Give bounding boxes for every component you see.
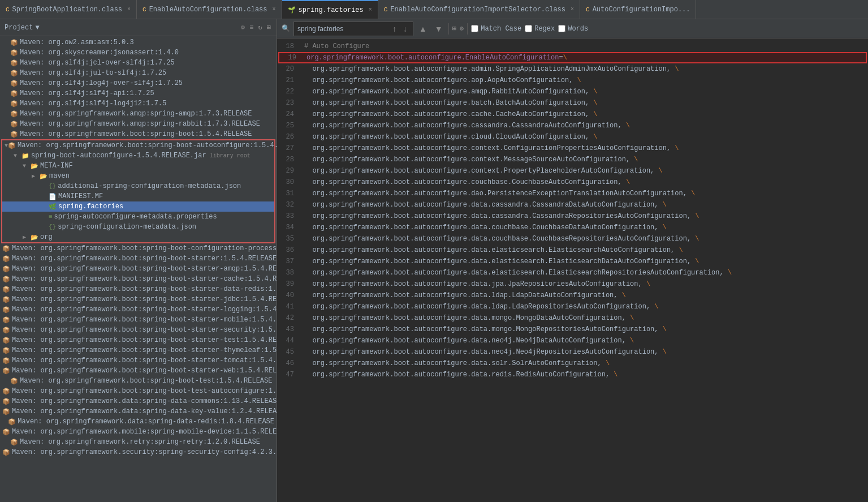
line-number: 34 [277, 224, 300, 231]
tree-item-maven-retry[interactable]: 📦Maven: org.springframework.retry:spring… [0, 437, 277, 447]
tree-item-maven-starter-mobile[interactable]: 📦Maven: org.springframework.boot:spring-… [0, 315, 277, 325]
tree-item-maven-jcl-slf4j[interactable]: 📦Maven: org.slf4j:jcl-over-slf4j:1.7.25 [0, 58, 277, 68]
tree-item-maven-rabbit[interactable]: 📦Maven: org.springframework.amqp:spring-… [0, 119, 277, 129]
tree-item-file-manifest[interactable]: 📄MANIFEST.MF [2, 191, 274, 201]
tree-item-maven-slf4j-log4j[interactable]: 📦Maven: org.slf4j:slf4j-log4j12:1.7.5 [0, 98, 277, 109]
tree-item-maven-asm[interactable]: 📦Maven: org.ow2.asm:asm:5.0.3 [0, 37, 277, 48]
tree-item-label: Maven: org.springframework.boot:spring-b… [20, 377, 272, 385]
tab-springboot[interactable]: C SpringBootApplication.class × [0, 0, 137, 19]
tree-item-maven-starter-web[interactable]: 📦Maven: org.springframework.boot:spring-… [0, 366, 277, 376]
search-bar: 🔍 ↑ ↓ ▲ ▼ ⊞ ⚙ Match Case Regex Words [277, 19, 868, 38]
line-content: org.springframework.boot.autoconfigure.d… [300, 212, 868, 220]
tree-item-label: Maven: org.springframework.boot:spring-b… [12, 346, 277, 354]
line-number: 46 [277, 359, 300, 367]
tree-item-maven-slf4j-api[interactable]: 📦Maven: org.slf4j:slf4j-api:1.7.25 [0, 88, 277, 98]
tree-item-label: Maven: org.springframework.boot:spring-b… [18, 141, 277, 149]
tree-item-label: spring-boot-autoconfigure-1.5.4.RELEASE.… [31, 152, 206, 160]
tree-icon-maven: 📦 [2, 255, 10, 263]
search-prev-btn[interactable]: ↑ [390, 23, 399, 35]
match-case-option[interactable]: Match Case [471, 25, 521, 33]
tree-item-maven-log4j-slf4j[interactable]: 📦Maven: org.slf4j:log4j-over-slf4j:1.7.2… [0, 78, 277, 88]
tree-item-folder-org[interactable]: ▶📂org [2, 232, 274, 242]
code-line-28: 28 org.springframework.boot.autoconfigur… [277, 154, 868, 165]
tree-item-maven-starter-data-redis[interactable]: 📦Maven: org.springframework.boot:spring-… [0, 284, 277, 294]
tree-item-folder-maven[interactable]: ▶📂maven [2, 171, 274, 181]
tree-item-file-autoconfigure-meta[interactable]: ≡spring-autoconfigure-metadata.propertie… [2, 212, 274, 222]
tree-item-maven-spring-boot[interactable]: 📦Maven: org.springframework.boot:spring-… [0, 129, 277, 139]
line-content: org.springframework.boot.autoconfigure.c… [300, 167, 868, 175]
tree-item-maven-security-config[interactable]: 📦Maven: org.springframework.security:spr… [0, 447, 277, 457]
refresh-icon[interactable]: ↻ [257, 22, 264, 33]
tab-autoconfigimport[interactable]: C AutoConfigurationImpo... [580, 0, 696, 19]
tree-item-folder-meta-inf[interactable]: ▼📂META-INF [2, 161, 274, 171]
words-option[interactable]: Words [558, 25, 588, 33]
tree-item-maven-starter-cache[interactable]: 📦Maven: org.springframework.boot:spring-… [0, 274, 277, 284]
gear-icon[interactable]: ⚙ [460, 24, 464, 33]
tree-item-maven-amqp[interactable]: 📦Maven: org.springframework.amqp:spring-… [0, 109, 277, 119]
tree-icon-maven: 📦 [2, 265, 10, 273]
class-icon: C [6, 6, 10, 13]
regex-checkbox[interactable] [525, 25, 532, 32]
tree-item-maven-starter-security[interactable]: 📦Maven: org.springframework.boot:spring-… [0, 325, 277, 335]
search-input[interactable] [297, 25, 388, 33]
search-next-btn[interactable]: ↓ [401, 23, 409, 35]
tree-item-file-spring-config-meta[interactable]: {}spring-configuration-metadata.json [2, 222, 274, 232]
tree-item-maven-starter-tomcat[interactable]: 📦Maven: org.springframework.boot:spring-… [0, 355, 277, 366]
class-icon: C [142, 6, 146, 13]
tree-item-maven-boot-test[interactable]: 📦Maven: org.springframework.boot:spring-… [0, 376, 277, 386]
tree-item-maven-starter-amqp[interactable]: 📦Maven: org.springframework.boot:spring-… [0, 264, 277, 274]
tree-item-maven-starter-logging[interactable]: 📦Maven: org.springframework.boot:spring-… [0, 304, 277, 315]
tab-close-enableauto[interactable]: × [273, 6, 276, 12]
tree-item-file-spring-factories[interactable]: 🌿spring.factories [2, 201, 274, 212]
search-up-btn[interactable]: ▲ [417, 23, 429, 35]
tree-item-label: Maven: org.slf4j:jul-to-slf4j:1.7.25 [20, 69, 166, 77]
tree-icon-maven: 📦 [10, 80, 18, 87]
autoconfigure-group: ▼📦Maven: org.springframework.boot:spring… [1, 139, 275, 243]
code-area[interactable]: 18# Auto Configure19org.springframework.… [277, 38, 868, 502]
project-dropdown-icon[interactable]: ▼ [35, 24, 39, 32]
tree-icon-folder: 📂 [40, 173, 47, 180]
tree-item-maven-data-commons[interactable]: 📦Maven: org.springframework.data:spring-… [0, 396, 277, 406]
tree-item-maven-starter[interactable]: 📦Maven: org.springframework.boot:spring-… [0, 254, 277, 264]
tab-enableauto[interactable]: C EnableAutoConfiguration.class × [137, 0, 282, 19]
tree-item-maven-jul-slf4j[interactable]: 📦Maven: org.slf4j:jul-to-slf4j:1.7.25 [0, 68, 277, 78]
tree-item-maven-boot-test-auto[interactable]: 📦Maven: org.springframework.boot:spring-… [0, 386, 277, 396]
tree-container[interactable]: 📦Maven: org.ow2.asm:asm:5.0.3📦Maven: org… [0, 36, 277, 502]
search-down-btn[interactable]: ▼ [433, 23, 445, 35]
tree-item-maven-starter-thymeleaf[interactable]: 📦Maven: org.springframework.boot:spring-… [0, 345, 277, 355]
regex-option[interactable]: Regex [525, 25, 555, 33]
tree-item-maven-data-redis[interactable]: 📦Maven: org.springframework.data:spring-… [0, 417, 277, 427]
tree-item-label: Maven: org.springframework.security:spri… [12, 448, 277, 456]
tree-item-jar-autoconfigure[interactable]: ▼📁spring-boot-autoconfigure-1.5.4.RELEAS… [2, 151, 274, 161]
filter-icon[interactable]: ⊞ [452, 24, 456, 33]
tree-item-maven-mobile-device[interactable]: 📦Maven: org.springframework.mobile:sprin… [0, 427, 277, 437]
tree-icon-maven: 📦 [10, 70, 18, 77]
tab-close-springfactories[interactable]: × [369, 7, 372, 13]
match-case-checkbox[interactable] [471, 25, 478, 32]
collapse-icon[interactable]: ≡ [248, 23, 254, 33]
tree-item-maven-autoconfigure[interactable]: ▼📦Maven: org.springframework.boot:spring… [2, 140, 274, 151]
tree-icon-maven: 📦 [10, 49, 18, 57]
tab-close-enableautoimport[interactable]: × [571, 6, 574, 12]
tree-item-maven-starter-jdbc[interactable]: 📦Maven: org.springframework.boot:spring-… [0, 294, 277, 304]
tree-icon-maven: 📦 [2, 316, 10, 324]
words-checkbox[interactable] [558, 25, 565, 32]
line-content: org.springframework.boot.autoconfigure.d… [300, 303, 868, 311]
project-header: Project ▼ ⚙ ≡ ↻ ⊞ [0, 19, 277, 36]
code-line-37: 37 org.springframework.boot.autoconfigur… [277, 256, 868, 267]
tree-item-maven-data-keyvalue[interactable]: 📦Maven: org.springframework.data:spring-… [0, 406, 277, 417]
tree-item-maven-jsonassert[interactable]: 📦Maven: org.skyscreamer:jsonassert:1.4.0 [0, 48, 277, 58]
expand-icon[interactable]: ⊞ [266, 22, 272, 33]
settings-icon[interactable]: ⚙ [240, 22, 246, 33]
tab-springfactories[interactable]: 🌱 spring.factories × [282, 0, 378, 19]
code-line-42: 42 org.springframework.boot.autoconfigur… [277, 312, 868, 324]
tree-item-maven-config-processor[interactable]: 📦Maven: org.springframework.boot:spring-… [0, 243, 277, 254]
library-badge: library root [210, 153, 251, 159]
line-content: org.springframework.boot.autoconfigure.d… [300, 224, 868, 231]
tree-item-maven-starter-test[interactable]: 📦Maven: org.springframework.boot:spring-… [0, 335, 277, 345]
line-content: org.springframework.boot.autoconfigure.d… [300, 201, 868, 209]
code-line-19: 19org.springframework.boot.autoconfigure… [278, 52, 867, 63]
tab-enableautoimport[interactable]: C EnableAutoConfigurationImportSelector.… [378, 0, 580, 19]
tree-item-file-additional[interactable]: {}additional-spring-configuration-metada… [2, 181, 274, 191]
tab-close-springboot[interactable]: × [127, 6, 131, 12]
